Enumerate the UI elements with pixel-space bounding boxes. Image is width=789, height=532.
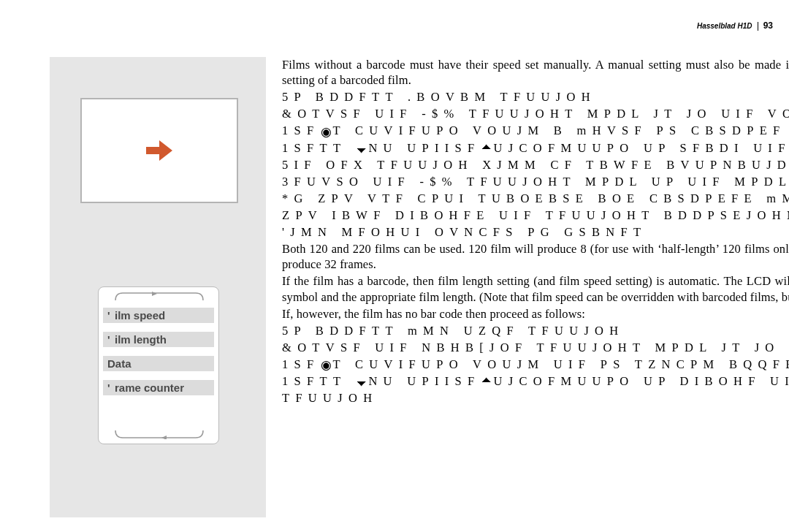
encoded-line: 1SFTT 🞃NU UPIISF🞁UJCOFMUUPO UP DIBOHF UI… (282, 373, 789, 389)
encoded-line: ZPV IBWF DIBOHFE UIF TFUUJOHT BDDPSEJOHM… (282, 208, 789, 223)
target-icon: ◉ (320, 360, 333, 370)
svg-marker-1 (159, 140, 172, 161)
encoded-line: &OTVSF UIF -$% TFUUJOHT MPDL JT JO UIF V… (282, 106, 789, 121)
body-paragraph: If the film has a barcode, then film len… (282, 273, 789, 304)
menu-card: 'ilm speed 'ilm length Data 'rame counte… (98, 286, 219, 444)
down-arrow-badge-icon: 🞃 (355, 144, 368, 154)
header-separator (758, 22, 758, 31)
encoded-line: 3FUVSO UIF -$% TFUUJOHT MPDL UP UIF MPDL… (282, 174, 789, 189)
body-paragraph: If, however, the film has no bar code th… (282, 306, 789, 322)
menu-item-film-speed: 'ilm speed (103, 308, 214, 323)
encoded-line: 1SFTT 🞃NU UPIISF🞁UJCOFMUUPO UP SFBDI UIF… (282, 140, 789, 156)
target-icon: ◉ (320, 127, 333, 137)
menu-item-film-length: 'ilm length (103, 332, 214, 347)
encoded-line: 5P BDDFTT mMN UZQF TFUUJOH (282, 323, 789, 338)
brand-name: Hasselblad H1D (697, 22, 752, 30)
page-number: 93 (763, 20, 773, 31)
encoded-subheading: 'JMN MFOHUI OVNCFS PG GSBNFT (282, 224, 789, 240)
up-arrow-badge-icon: 🞁 (480, 377, 493, 387)
down-arrow-badge-icon: 🞃 (355, 377, 368, 387)
menu-item-frame-counter: 'rame counter (103, 380, 214, 395)
intro-paragraph: Films without a barcode must have their … (282, 57, 789, 88)
loop-arrow-top-icon (112, 292, 205, 300)
page-header: Hasselblad H1D 93 (697, 20, 773, 31)
placeholder-glyph: ' (107, 381, 115, 394)
loop-arrow-bottom-icon (112, 430, 205, 439)
main-text-column: Films without a barcode must have their … (282, 57, 789, 517)
body-paragraph: Both 120 and 220 films can be used. 120 … (282, 241, 789, 272)
encoded-line: 5IF OFX TFUUJOH XJMM CF TBWFE BVUPNBUJDB… (282, 157, 789, 172)
encoded-line: TFUUJOH (282, 390, 789, 406)
placeholder-glyph: ' (107, 309, 115, 322)
svg-marker-2 (152, 292, 157, 296)
sidebar-panel: 'ilm speed 'ilm length Data 'rame counte… (50, 57, 266, 517)
svg-rect-0 (146, 147, 159, 154)
encoded-line: 5P BDDFTT .BOVBM TFUUJOH (282, 89, 789, 104)
lcd-preview-box (80, 98, 238, 203)
arrow-right-icon (143, 134, 175, 167)
encoded-line: 1SF◉T CUVIFUPO VOUJM B mHVSF PS CBSDPEF … (282, 123, 789, 138)
encoded-line: &OTVSF UIF NBHB[JOF TFUUJOHT MPDL JT JO … (282, 340, 789, 355)
menu-item-data: Data (103, 356, 214, 371)
up-arrow-badge-icon: 🞁 (480, 144, 493, 154)
encoded-line: *G ZPV VTF CPUI TUBOEBSE BOE CBSDPEFE mM… (282, 191, 789, 206)
encoded-line: 1SF◉T CUVIFUPO VOUJM UIF PS TZNCPM BQQFB… (282, 357, 789, 372)
placeholder-glyph: ' (107, 333, 115, 346)
content-area: 'ilm speed 'ilm length Data 'rame counte… (50, 57, 773, 517)
